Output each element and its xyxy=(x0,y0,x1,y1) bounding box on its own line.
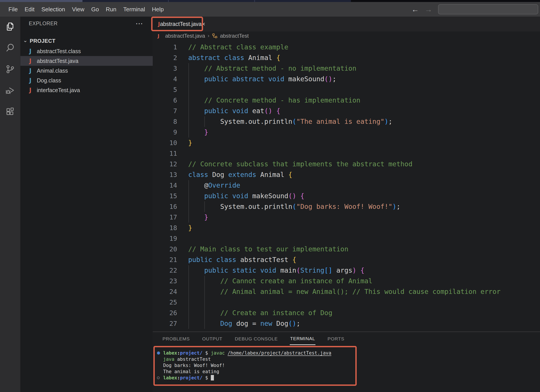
terminal-line-text: labex:project/ $ javac /home/labex/proje… xyxy=(163,350,331,356)
line-number: 15 xyxy=(153,191,177,201)
panel-tab-output[interactable]: OUTPUT xyxy=(202,333,223,345)
code-token: Animal xyxy=(256,171,288,178)
code-token: } xyxy=(204,213,208,221)
nav-back-icon[interactable]: ← xyxy=(411,5,419,14)
terminal-token: project/ xyxy=(180,350,202,356)
java-file-icon: J xyxy=(158,21,160,27)
line-number: 2 xyxy=(153,53,177,63)
line-number: 9 xyxy=(153,127,177,137)
panel-tab-problems[interactable]: PROBLEMS xyxy=(162,333,190,345)
code-token: args xyxy=(332,266,352,274)
code-token: ) xyxy=(352,266,356,274)
command-success-dot-icon xyxy=(157,352,160,355)
code-line-text: public abstract void makeSound(); xyxy=(177,74,336,84)
close-icon[interactable]: × xyxy=(202,21,205,28)
line-number: 11 xyxy=(153,148,177,159)
line-number: 12 xyxy=(153,159,177,169)
menu-item-view[interactable]: View xyxy=(72,6,85,13)
menu-bar: FileEditSelectionViewGoRunTerminalHelp ←… xyxy=(0,2,540,17)
code-line-text xyxy=(177,297,188,308)
code-token: ; xyxy=(332,75,336,83)
code-line: 8 System.out.println("The animal is eati… xyxy=(153,116,540,127)
code-line: 27 Dog dog = new Dog(); xyxy=(153,318,540,329)
code-line-text: // Abstract class example xyxy=(177,42,288,53)
menu-item-selection[interactable]: Selection xyxy=(41,6,65,13)
terminal-output: labex:project/ $ javac /home/labex/proje… xyxy=(156,350,355,381)
breadcrumb-file[interactable]: abstractTest.java xyxy=(165,33,205,39)
chevron-down-icon: ⌄ xyxy=(23,37,30,43)
file-row-dog.class[interactable]: JDog.class xyxy=(20,75,153,85)
indent-guide xyxy=(188,180,189,223)
line-number: 21 xyxy=(153,255,177,265)
explorer-title: EXPLORER xyxy=(29,21,58,27)
code-token: // Concrete method - has implementation xyxy=(204,96,360,104)
source-control-icon[interactable] xyxy=(5,64,15,74)
menu-item-terminal[interactable]: Terminal xyxy=(123,6,145,13)
terminal-token: labex xyxy=(163,350,177,356)
file-row-animal.class[interactable]: JAnimal.class xyxy=(20,66,153,75)
file-row-abstracttest.class[interactable]: JabstractTest.class xyxy=(20,46,153,56)
code-line: 4 public abstract void makeSound(); xyxy=(153,74,540,84)
code-token: } xyxy=(204,128,208,136)
menu-item-go[interactable]: Go xyxy=(91,6,99,13)
menu-item-help[interactable]: Help xyxy=(152,6,164,13)
run-debug-icon[interactable] xyxy=(5,85,15,95)
line-number: 8 xyxy=(153,116,177,127)
terminal-line-text: java abstractTest xyxy=(163,356,211,362)
code-token: public static void xyxy=(204,266,276,274)
code-token: { xyxy=(276,107,280,115)
menu-item-run[interactable]: Run xyxy=(106,6,116,13)
code-line: 2abstract class Animal { xyxy=(153,53,540,63)
panel-tab-debug-console[interactable]: DEBUG CONSOLE xyxy=(234,333,278,345)
tab-abstracttest-java[interactable]: J abstractTest.java × xyxy=(153,17,202,31)
panel-tab-bar: PROBLEMSOUTPUTDEBUG CONSOLETERMINALPORTS xyxy=(153,332,540,346)
extensions-icon[interactable] xyxy=(5,107,15,117)
terminal-token: $ xyxy=(202,350,211,356)
explorer-icon[interactable] xyxy=(5,21,15,32)
code-token: { xyxy=(360,266,365,274)
code-token xyxy=(188,75,204,83)
code-line: 25 xyxy=(153,297,540,308)
search-icon[interactable] xyxy=(5,43,15,53)
code-editor[interactable]: 1// Abstract class example2abstract clas… xyxy=(153,40,540,332)
terminal-highlight-annotation[interactable]: labex:project/ $ javac /home/labex/proje… xyxy=(153,346,357,386)
line-number: 27 xyxy=(153,318,177,329)
indent-guide xyxy=(188,265,189,329)
code-token: new xyxy=(260,320,272,327)
code-line: 3 // Abstract method - no implementation xyxy=(153,63,540,74)
code-line: 10} xyxy=(153,137,540,148)
symbol-class-icon xyxy=(212,33,218,39)
code-line: 21public class abstractTest { xyxy=(153,255,540,265)
breadcrumb: J abstractTest.java › abstractTest xyxy=(153,31,540,40)
explorer-header: EXPLORER ⋯ xyxy=(20,17,153,30)
prompt-dot-icon xyxy=(157,377,160,379)
code-line-text: public void makeSound() { xyxy=(177,191,304,201)
code-token: ; xyxy=(296,320,300,327)
sidebar-section-project[interactable]: ⌄ PROJECT xyxy=(20,36,153,46)
code-token: Animal xyxy=(244,54,276,62)
code-line: 5 xyxy=(153,84,540,95)
file-row-interfacetest.java[interactable]: JinterfaceTest.java xyxy=(20,85,153,95)
nav-forward-icon[interactable]: → xyxy=(425,5,432,14)
line-number: 1 xyxy=(153,42,177,53)
panel-tab-terminal[interactable]: TERMINAL xyxy=(290,333,316,345)
menu-item-file[interactable]: File xyxy=(8,6,18,13)
code-token xyxy=(188,192,204,200)
explorer-more-icon[interactable]: ⋯ xyxy=(135,21,143,26)
file-row-abstracttest.java[interactable]: JabstractTest.java xyxy=(20,56,153,66)
code-line: 13class Dog extends Animal { xyxy=(153,169,540,180)
code-token: ( xyxy=(292,203,296,211)
breadcrumb-symbol[interactable]: abstractTest xyxy=(220,33,249,39)
code-token: class xyxy=(224,54,244,62)
code-token: public void xyxy=(204,192,248,200)
code-line: 9 } xyxy=(153,127,540,137)
line-number: 10 xyxy=(153,137,177,148)
code-token: ) xyxy=(384,118,388,125)
menu-bar-right: ← → xyxy=(411,4,540,15)
code-line: 24 // Animal animal = new Animal(); // T… xyxy=(153,286,540,297)
command-search-box[interactable] xyxy=(438,4,538,15)
java-file-icon: J xyxy=(158,33,163,39)
menu-item-edit[interactable]: Edit xyxy=(25,6,35,13)
code-token xyxy=(188,64,204,72)
panel-tab-ports[interactable]: PORTS xyxy=(327,333,345,345)
